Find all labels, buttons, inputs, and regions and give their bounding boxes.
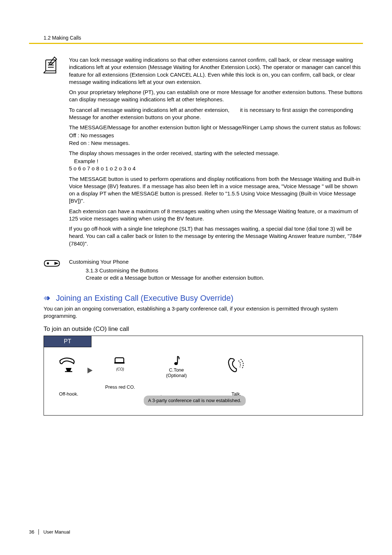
callout-bubble: A 3-party conference call is now establi… — [144, 396, 246, 406]
note-p4b: Red on : New messages. — [69, 139, 363, 147]
section-title: Joining an Existing Call (Executive Busy… — [56, 293, 233, 303]
subheading: To join an outside (CO) line call — [44, 325, 363, 333]
handset-offhook-icon — [50, 357, 87, 373]
page: 1.2 Making Calls You can lock me — [0, 0, 392, 555]
ctone-label-2: (Optional) — [153, 373, 200, 378]
step-press-co: (CO) Press red CO. — [98, 357, 142, 390]
breadcrumb: 1.2 Making Calls — [44, 35, 81, 41]
note-p1: You can lock message waiting indications… — [69, 56, 363, 86]
svg-rect-6 — [114, 362, 124, 364]
svg-point-4 — [47, 262, 49, 264]
step2-label: Press red CO. — [98, 384, 142, 390]
icon-column — [44, 56, 69, 74]
note-p4: The MESSAGE/Message for another extensio… — [69, 124, 363, 131]
note-block: You can lock message waiting indications… — [44, 56, 363, 250]
step-offhook: Off-hook. — [50, 357, 87, 397]
page-number: 36 — [29, 529, 39, 535]
svg-rect-5 — [115, 358, 124, 363]
pointing-hand-icon — [44, 258, 69, 268]
section-title-row: Joining an Existing Call (Executive Busy… — [44, 293, 363, 303]
diamond-bullet-icon — [44, 295, 53, 301]
customise-heading: Customising Your Phone — [69, 259, 128, 265]
section-description: You can join an ongoing conversation, es… — [44, 305, 363, 320]
icon-column-2 — [44, 258, 69, 268]
note-p8: If you go off-hook with a single line te… — [69, 225, 363, 247]
customise-body: Customising Your Phone 3.1.3 Customising… — [69, 258, 363, 282]
note-p5: The display shows messages in the order … — [69, 150, 363, 157]
note-body: You can lock message waiting indications… — [69, 56, 363, 250]
note-p2: On your proprietary telephone (PT), you … — [69, 89, 363, 104]
note-p3: To cancel all message waiting indication… — [69, 106, 363, 121]
pt-tab: PT — [44, 336, 91, 347]
co-small-label: (CO) — [98, 367, 142, 371]
note-p6: The MESSAGE button is used to perform op… — [69, 175, 363, 205]
customise-block: Customising Your Phone 3.1.3 Customising… — [44, 258, 363, 282]
footer-label: User Manual — [43, 529, 70, 535]
note-p5b: 5 o 6 o 7 o 8 o 1 o 2 o 3 o 4 — [69, 165, 363, 172]
step4-label: Talk. — [218, 391, 254, 397]
note-p3a: To cancel all message waiting indication… — [69, 107, 229, 113]
customise-line1: 3.1.3 Customising the Buttons — [86, 267, 363, 274]
header-rule — [29, 43, 363, 44]
step-talk: Talk. — [218, 357, 254, 397]
svg-point-7 — [174, 362, 178, 365]
header: 1.2 Making Calls — [44, 35, 363, 41]
arrow-right-icon — [87, 367, 93, 374]
footer: 36 User Manual — [29, 529, 70, 535]
customise-line2: Create or edit a Message button or Messa… — [86, 274, 363, 281]
step-ctone: C.Tone (Optional) — [153, 355, 200, 378]
note-p7: Each extension can have a maximum of 8 m… — [69, 208, 363, 223]
step1-label: Off-hook. — [50, 391, 87, 397]
note-p5a: Example ! — [74, 158, 363, 165]
procedure-diagram: PT Off-hook. — [44, 336, 363, 416]
co-button-icon — [98, 357, 142, 368]
content: You can lock message waiting indications… — [44, 56, 363, 416]
ctone-label-1: C.Tone — [153, 367, 200, 373]
music-note-icon — [153, 355, 200, 366]
notepad-icon — [44, 56, 69, 74]
handset-talk-icon — [218, 357, 254, 373]
note-p4a: Off : No messages — [69, 132, 363, 139]
